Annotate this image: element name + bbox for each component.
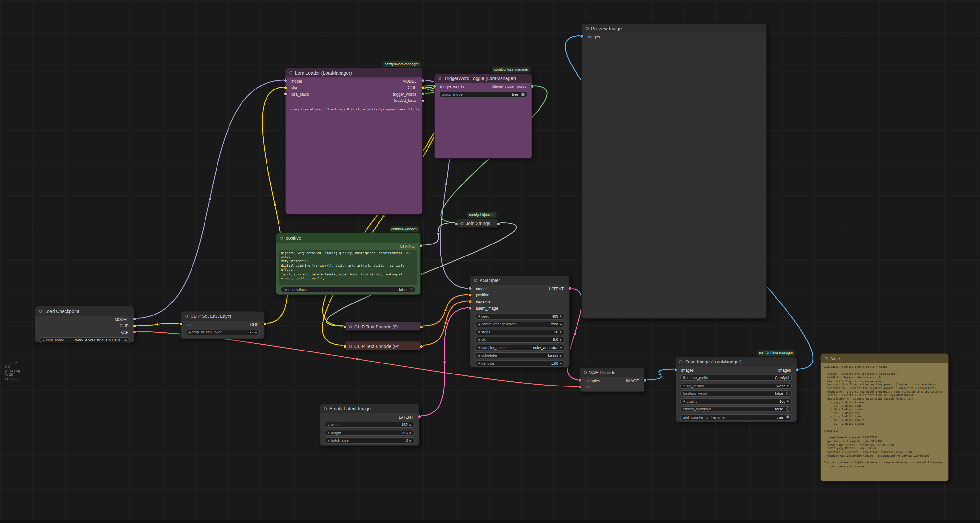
widget-ckpt-name[interactable]: ◀ ckpt_name ilwaiNSFWIllustrious_v110.s.… bbox=[40, 337, 130, 343]
output-slot-latent[interactable] bbox=[417, 415, 422, 418]
node-triggerword-toggle[interactable]: comfyui-lora-manager TriggerWord Toggle … bbox=[434, 73, 532, 159]
widget-embed-workflow[interactable]: embed_workflowfalse bbox=[680, 406, 792, 412]
input-slot-images[interactable] bbox=[579, 35, 583, 39]
node-title-bar[interactable]: KSampler bbox=[470, 276, 570, 285]
collapse-dot-icon[interactable] bbox=[185, 314, 188, 318]
node-positive-prompt[interactable]: comfyui-kjnodes positive STRING highres,… bbox=[275, 233, 421, 295]
next-arrow-icon[interactable]: ▶ bbox=[125, 339, 127, 342]
widget-sampler-name[interactable]: ◀sampler_nameeuler_ancestral▶ bbox=[474, 344, 565, 350]
collapse-dot-icon[interactable] bbox=[348, 325, 352, 328]
increment-arrow-icon[interactable]: ▶ bbox=[787, 400, 789, 403]
toggle-dot-icon[interactable] bbox=[786, 415, 789, 418]
prev-arrow-icon[interactable]: ◀ bbox=[683, 384, 685, 387]
node-preview-image[interactable]: Preview Image images bbox=[581, 23, 767, 319]
node-title-bar[interactable]: Save Image (LoraManager) bbox=[676, 357, 796, 367]
widget-add-counter-to-filename[interactable]: add_counter_to_filenametrue bbox=[680, 414, 792, 420]
node-title-bar[interactable]: VAE Decode bbox=[580, 368, 644, 377]
collapse-dot-icon[interactable] bbox=[348, 345, 352, 348]
collapsed-output-slot[interactable] bbox=[419, 325, 423, 329]
decrement-arrow-icon[interactable]: ◀ bbox=[477, 330, 480, 334]
widget-stop-at-clip-layer[interactable]: ◀ stop_at_clip_layer -2 ▶ bbox=[185, 329, 260, 335]
output-slot-image[interactable] bbox=[643, 379, 647, 383]
node-title-bar[interactable]: CLIP Text Encode (Pr bbox=[345, 322, 421, 331]
collapse-dot-icon[interactable] bbox=[460, 222, 463, 225]
widget-filename-prefix[interactable]: filename_prefixComfyUI bbox=[680, 375, 792, 381]
widget-lossless-webp[interactable]: lossless_webpfalse bbox=[680, 390, 792, 396]
collapse-dot-icon[interactable] bbox=[39, 310, 42, 313]
next-arrow-icon[interactable]: ▶ bbox=[560, 354, 562, 357]
node-title-bar[interactable]: CLIP Set Last Layer bbox=[181, 312, 264, 321]
decrement-arrow-icon[interactable]: ◀ bbox=[327, 431, 329, 434]
widget-file-format[interactable]: ◀file_formatwebp▶ bbox=[680, 383, 792, 389]
node-title-bar[interactable]: Preview Image bbox=[582, 24, 767, 33]
output-slot-latent[interactable] bbox=[568, 287, 572, 290]
node-title-bar[interactable]: CLIP Text Encode (Pr bbox=[345, 341, 421, 351]
node-title-bar[interactable]: Lora Loader (LoraManager) bbox=[286, 68, 422, 78]
node-ksampler[interactable]: KSampler model LATENT positive negative … bbox=[470, 275, 570, 368]
output-slot-string[interactable] bbox=[419, 244, 423, 248]
prompt-textarea[interactable]: highres, very detailed, amazing quality,… bbox=[279, 250, 417, 285]
node-clip-set-last-layer[interactable]: CLIP Set Last Layer clip CLIP ◀ stop_at_… bbox=[180, 311, 265, 339]
input-slot-latent-image[interactable] bbox=[468, 306, 472, 310]
node-title-bar[interactable]: Note bbox=[821, 354, 948, 363]
collapse-dot-icon[interactable] bbox=[679, 360, 682, 363]
collapsed-input-slot[interactable] bbox=[343, 325, 347, 329]
output-slot-clip[interactable] bbox=[132, 324, 136, 328]
widget-width[interactable]: ◀width832▶ bbox=[324, 422, 415, 428]
input-slot-clip[interactable] bbox=[179, 322, 183, 326]
input-slot-positive[interactable] bbox=[468, 293, 472, 297]
collapse-dot-icon[interactable] bbox=[324, 407, 327, 410]
collapsed-output-slot[interactable] bbox=[496, 222, 500, 226]
next-arrow-icon[interactable]: ▶ bbox=[560, 346, 562, 349]
output-slot-vae[interactable] bbox=[132, 330, 136, 334]
toggle-dot-icon[interactable] bbox=[786, 407, 789, 411]
node-note[interactable]: Note Available filename_prefix Pattern C… bbox=[820, 353, 948, 482]
input-slot-model[interactable] bbox=[283, 79, 287, 83]
output-slot-model[interactable] bbox=[420, 79, 424, 83]
node-title-bar[interactable]: Load Checkpoint bbox=[35, 306, 134, 316]
increment-arrow-icon[interactable]: ▶ bbox=[410, 431, 412, 434]
collapse-dot-icon[interactable] bbox=[289, 71, 293, 74]
collapsed-input-slot[interactable] bbox=[343, 344, 347, 348]
widget-seed[interactable]: ◀seed409▶ bbox=[474, 313, 565, 319]
graph-canvas[interactable]: Load Checkpoint MODEL CLIP VAE ◀ ckpt_na… bbox=[0, 0, 980, 523]
prev-arrow-icon[interactable]: ◀ bbox=[42, 339, 45, 342]
node-title-bar[interactable]: Empty Latent Image bbox=[320, 404, 419, 414]
widget-denoise[interactable]: ◀denoise1.00▶ bbox=[474, 360, 565, 366]
widget-scheduler[interactable]: ◀schedulerkarras▶ bbox=[474, 352, 565, 358]
widget-batch-size[interactable]: ◀batch_size3▶ bbox=[324, 437, 415, 443]
node-empty-latent-image[interactable]: Empty Latent Image LATENT ◀width832▶ ◀he… bbox=[320, 403, 420, 446]
decrement-arrow-icon[interactable]: ◀ bbox=[477, 314, 480, 318]
node-title-bar[interactable]: TriggerWord Toggle (LoraManager) bbox=[435, 74, 532, 83]
decrement-arrow-icon[interactable]: ◀ bbox=[477, 338, 480, 341]
node-clip-text-encode-negative[interactable]: CLIP Text Encode (Pr bbox=[344, 341, 422, 350]
node-vae-decode[interactable]: VAE Decode samples IMAGE vae bbox=[579, 367, 645, 392]
node-title-bar[interactable]: Join Strings bbox=[457, 219, 498, 228]
input-slot-vae[interactable] bbox=[578, 385, 582, 389]
toggle-dot-icon[interactable] bbox=[410, 288, 413, 292]
output-slot-filtered-trigger-words[interactable] bbox=[530, 85, 534, 89]
toggle-dot-icon[interactable] bbox=[521, 93, 525, 96]
increment-arrow-icon[interactable]: ▶ bbox=[410, 439, 412, 442]
input-slot-negative[interactable] bbox=[468, 300, 472, 304]
output-slot-clip[interactable] bbox=[420, 86, 424, 89]
output-slot-model[interactable] bbox=[132, 317, 136, 321]
increment-arrow-icon[interactable]: ▶ bbox=[410, 423, 412, 426]
widget-group-mode[interactable]: group_mode true bbox=[439, 92, 527, 98]
widget-control-after-generate[interactable]: ◀control after generatefixed▶ bbox=[474, 321, 565, 327]
input-slot-images[interactable] bbox=[674, 368, 678, 372]
next-arrow-icon[interactable]: ▶ bbox=[560, 322, 562, 325]
decrement-arrow-icon[interactable]: ◀ bbox=[683, 400, 685, 403]
collapsed-output-slot[interactable] bbox=[419, 344, 423, 348]
increment-arrow-icon[interactable]: ▶ bbox=[255, 331, 257, 334]
node-lora-loader[interactable]: comfyui-lora-manager Lora Loader (LoraMa… bbox=[285, 67, 423, 214]
output-slot-clip[interactable] bbox=[262, 322, 267, 326]
widget-quality[interactable]: ◀quality100▶ bbox=[680, 398, 792, 404]
decrement-arrow-icon[interactable]: ◀ bbox=[188, 331, 191, 334]
next-arrow-icon[interactable]: ▶ bbox=[787, 384, 789, 387]
collapse-dot-icon[interactable] bbox=[584, 371, 587, 374]
collapse-dot-icon[interactable] bbox=[474, 279, 477, 282]
widget-steps[interactable]: ◀steps20▶ bbox=[474, 329, 565, 335]
input-slot-clip[interactable] bbox=[283, 86, 287, 89]
widget-height[interactable]: ◀height1216▶ bbox=[324, 429, 415, 436]
